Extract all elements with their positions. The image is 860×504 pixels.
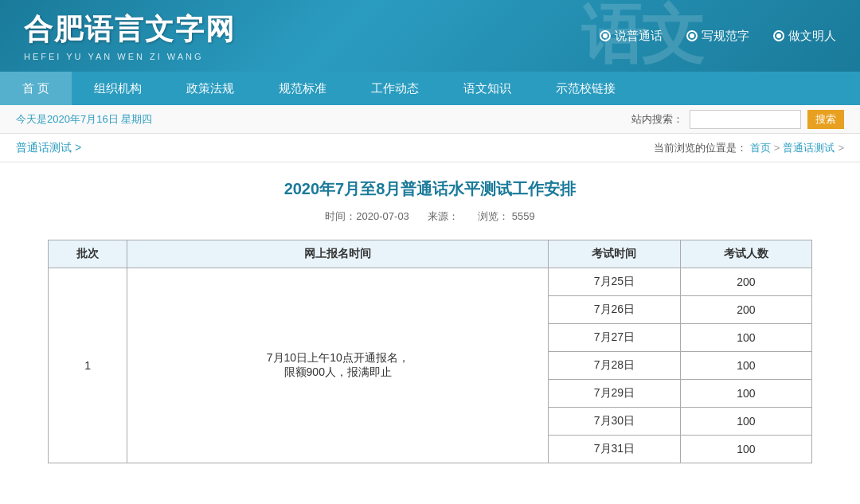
cell-exam-count: 100 xyxy=(680,352,811,380)
cell-exam-date: 7月29日 xyxy=(549,380,680,408)
logo-area: 合肥语言文字网 HEFEI YU YAN WEN ZI WANG xyxy=(24,10,236,61)
col-header-count: 考试人数 xyxy=(680,240,811,268)
cell-exam-date: 7月31日 xyxy=(549,436,680,463)
toolbar-date: 今天是2020年7月16日 星期四 xyxy=(16,112,152,127)
header-bg-decoration: 语文 xyxy=(581,0,701,72)
toolbar: 今天是2020年7月16日 星期四 站内搜索： 搜索 xyxy=(0,105,860,134)
cell-exam-date: 7月28日 xyxy=(549,352,680,380)
meta-source: 来源： xyxy=(428,210,459,222)
nav-item-policy[interactable]: 政策法规 xyxy=(164,72,256,105)
nav-item-knowledge[interactable]: 语文知识 xyxy=(441,72,534,105)
breadcrumb-home-link[interactable]: 首页 xyxy=(750,141,771,155)
slogan-3: 做文明人 xyxy=(773,29,836,44)
nav-item-standards[interactable]: 规范标准 xyxy=(256,72,349,105)
nav-item-news[interactable]: 工作动态 xyxy=(349,72,441,105)
search-input[interactable] xyxy=(690,110,801,129)
cell-exam-count: 100 xyxy=(680,436,811,463)
site-logo-main: 合肥语言文字网 xyxy=(24,10,236,49)
main-nav: 首 页 组织机构 政策法规 规范标准 工作动态 语文知识 示范校链接 xyxy=(0,72,860,105)
toolbar-search-area: 站内搜索： 搜索 xyxy=(631,110,844,129)
breadcrumb-sep-1: > xyxy=(774,142,780,154)
search-button[interactable]: 搜索 xyxy=(807,110,844,129)
breadcrumb-current-label: 当前浏览的位置是： xyxy=(654,141,747,155)
cell-exam-date: 7月30日 xyxy=(549,408,680,436)
slogan-text-3: 做文明人 xyxy=(788,29,836,44)
article-meta: 时间：2020-07-03 来源： 浏览： 5559 xyxy=(48,209,812,224)
cell-reg-time: 7月10日上午10点开通报名，限额900人，报满即止 xyxy=(127,268,549,463)
nav-item-org[interactable]: 组织机构 xyxy=(72,72,164,105)
meta-time: 时间：2020-07-03 xyxy=(325,210,409,222)
search-label: 站内搜索： xyxy=(631,112,683,127)
col-header-exam: 考试时间 xyxy=(549,240,680,268)
breadcrumb-sep-2: > xyxy=(838,142,844,154)
cell-exam-date: 7月25日 xyxy=(549,268,680,296)
cell-exam-count: 200 xyxy=(680,268,811,296)
meta-views: 浏览： 5559 xyxy=(478,210,535,222)
table-header-row: 批次 网上报名时间 考试时间 考试人数 xyxy=(49,240,812,268)
cell-exam-count: 100 xyxy=(680,324,811,352)
cell-exam-count: 100 xyxy=(680,408,811,436)
col-header-batch: 批次 xyxy=(49,240,127,268)
breadcrumb-left-text: 普通话测试 > xyxy=(16,141,81,155)
breadcrumb-section-link[interactable]: 普通话测试 xyxy=(783,141,835,155)
site-logo-sub: HEFEI YU YAN WEN ZI WANG xyxy=(24,52,236,61)
cell-batch: 1 xyxy=(49,268,127,463)
col-header-reg: 网上报名时间 xyxy=(127,240,549,268)
article-title: 2020年7月至8月普通话水平测试工作安排 xyxy=(48,178,812,200)
cell-exam-count: 100 xyxy=(680,380,811,408)
breadcrumb-bar: 普通话测试 > 当前浏览的位置是： 首页 > 普通话测试 > xyxy=(0,134,860,162)
cell-exam-date: 7月26日 xyxy=(549,296,680,324)
nav-item-schools[interactable]: 示范校链接 xyxy=(534,72,638,105)
site-header: 语文 合肥语言文字网 HEFEI YU YAN WEN ZI WANG 说普通话… xyxy=(0,0,860,72)
breadcrumb-section[interactable]: 普通话测试 > xyxy=(16,141,81,155)
article-content: 2020年7月至8月普通话水平测试工作安排 时间：2020-07-03 来源： … xyxy=(0,162,860,479)
cell-exam-count: 200 xyxy=(680,296,811,324)
cell-exam-date: 7月27日 xyxy=(549,324,680,352)
slogan-radio-3 xyxy=(773,30,784,41)
table-row: 17月10日上午10点开通报名，限额900人，报满即止7月25日200 xyxy=(49,268,812,296)
slogan-text-2: 写规范字 xyxy=(702,29,749,44)
exam-table: 批次 网上报名时间 考试时间 考试人数 17月10日上午10点开通报名，限额90… xyxy=(48,240,812,463)
nav-item-home[interactable]: 首 页 xyxy=(0,72,72,105)
breadcrumb-path: 当前浏览的位置是： 首页 > 普通话测试 > xyxy=(654,141,844,155)
